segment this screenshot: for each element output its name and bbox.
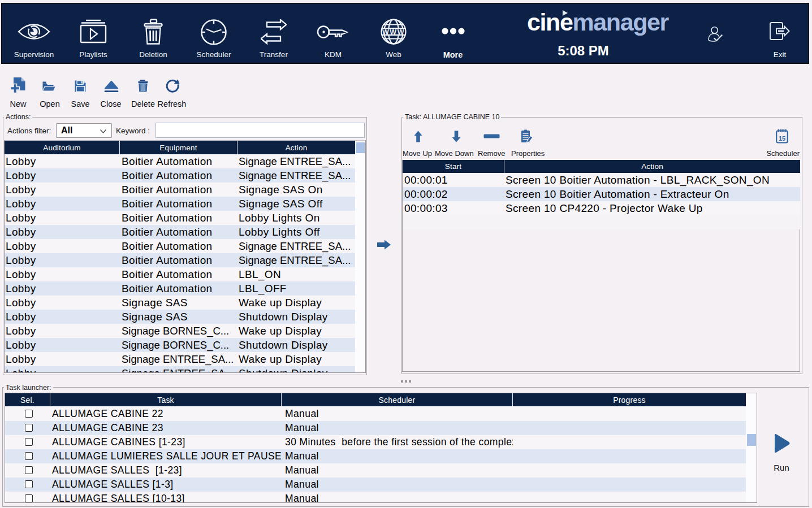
svg-text:WWW: WWW [382, 28, 405, 36]
svg-text:15: 15 [779, 135, 785, 142]
